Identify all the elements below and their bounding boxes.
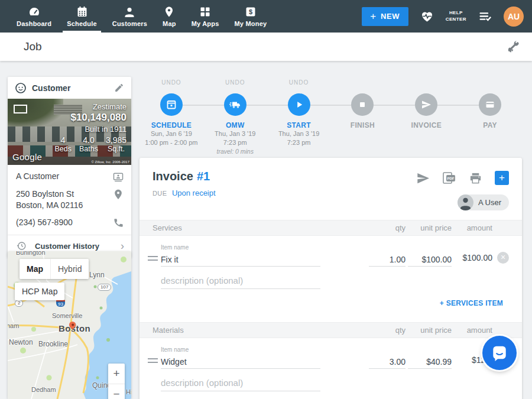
add-invoice-button[interactable]: + — [495, 171, 509, 185]
built-year: Built in 1911 — [12, 125, 126, 134]
timeline-step-schedule: UNDO SCHEDULE Sun, Jan 6 '19 1:00 pm - 2… — [140, 79, 203, 156]
hcp-map-button[interactable]: HCP Map — [15, 283, 64, 300]
service-description-row — [140, 273, 522, 289]
omw-step-button[interactable] — [224, 93, 246, 116]
help-center-line1: HELP — [446, 10, 466, 17]
customer-card: Customer Zestimate $10,149,080 Built in … — [8, 77, 131, 258]
map-type-toggle: Map Hybrid — [20, 259, 89, 279]
invoice-step-button[interactable] — [415, 93, 437, 116]
step-date: Sun, Jan 6 '19 — [140, 129, 203, 138]
add-services-item-link[interactable]: + SERVICES ITEM — [440, 299, 503, 307]
heart-pulse-icon[interactable] — [420, 9, 434, 24]
material-description-input[interactable] — [161, 375, 320, 391]
phone-icon[interactable] — [113, 217, 124, 228]
send-icon — [420, 98, 433, 111]
dashboard-icon — [28, 5, 41, 18]
customer-name-row: A Customer — [8, 165, 131, 183]
service-qty-input[interactable] — [369, 252, 406, 267]
step-travel: travel: 0 mins — [203, 147, 267, 156]
material-name-input[interactable] — [161, 355, 320, 369]
new-button[interactable]: + NEW — [362, 7, 408, 26]
location-pin-icon[interactable] — [112, 189, 124, 200]
stat-baths: 4.0Baths — [79, 135, 98, 154]
material-qty-input[interactable] — [369, 355, 406, 369]
map-label: Dedham — [31, 386, 56, 393]
item-name-cell: Item name — [161, 244, 352, 267]
timeline-step-omw: UNDO OMW Thu, Jan 3 '19 7:23 pm travel: … — [203, 79, 267, 156]
schedule-step-button[interactable] — [160, 93, 183, 116]
print-icon[interactable] — [469, 171, 482, 185]
undo-link[interactable]: UNDO — [203, 79, 267, 90]
invoice-due: DUE Upon receipt — [153, 187, 509, 198]
assignee-name: A User — [478, 198, 501, 207]
col-amount: amount — [452, 326, 492, 335]
route-shield-2: 2 — [15, 300, 23, 307]
user-avatar[interactable]: AU — [504, 7, 524, 27]
tasks-list-icon[interactable] — [478, 9, 492, 24]
help-center-button[interactable]: HELP CENTER — [446, 10, 466, 23]
zillow-copyright: © Zillow, Inc. 2006-2017 — [92, 160, 129, 164]
job-timeline: UNDO SCHEDULE Sun, Jan 6 '19 1:00 pm - 2… — [140, 79, 522, 156]
step-date: Thu, Jan 3 '19 — [267, 129, 331, 138]
nav-item-map[interactable]: Map — [155, 0, 184, 33]
customer-phone: (234) 567-8900 — [16, 217, 73, 228]
nav-label: Dashboard — [17, 20, 51, 27]
contact-card-icon[interactable] — [112, 171, 124, 183]
nav-item-schedule[interactable]: Schedule — [59, 0, 105, 33]
pay-step-button[interactable] — [479, 93, 501, 116]
service-description-input[interactable] — [161, 273, 320, 289]
due-value-link[interactable]: Upon receipt — [172, 189, 216, 197]
step-date: Thu, Jan 3 '19 — [203, 129, 267, 138]
zoom-in-button[interactable]: + — [108, 364, 125, 384]
remove-item-icon[interactable]: × — [497, 252, 509, 264]
start-step-button[interactable] — [288, 93, 310, 116]
assignee-avatar — [458, 194, 473, 210]
chat-fab-button[interactable] — [482, 336, 517, 370]
undo-link[interactable]: UNDO — [267, 79, 331, 90]
drag-handle-icon[interactable] — [148, 256, 161, 267]
step-label: FINISH — [330, 121, 394, 129]
step-label: START — [267, 121, 331, 129]
service-name-input[interactable] — [161, 252, 320, 267]
nav-item-dashboard[interactable]: Dashboard — [9, 0, 59, 33]
step-label: OMW — [203, 121, 267, 129]
customer-card-title: Customer — [32, 83, 70, 93]
customer-name: A Customer — [16, 171, 59, 182]
send-invoice-icon[interactable] — [416, 171, 430, 185]
map-button[interactable]: Map — [20, 259, 50, 279]
nav-item-my-apps[interactable]: My Apps — [184, 0, 227, 33]
nav-item-my-money[interactable]: $ My Money — [227, 0, 275, 33]
map-pin-icon — [163, 5, 176, 18]
job-settings-wrench-gear-icon[interactable] — [506, 39, 521, 54]
undo-link[interactable]: UNDO — [140, 79, 203, 90]
property-photo: Zestimate $10,149,080 Built in 1911 4Bed… — [8, 99, 131, 165]
zoom-out-button[interactable]: − — [108, 384, 125, 399]
pdf-icon[interactable]: PDF — [442, 171, 456, 185]
route-shield-107: 107 — [98, 284, 111, 291]
service-price-input[interactable] — [408, 252, 452, 267]
customer-address-row: 250 Boylston St Boston, MA 02116 — [8, 183, 131, 211]
svg-text:PDF: PDF — [447, 177, 455, 180]
hybrid-button[interactable]: Hybrid — [50, 259, 89, 279]
streetview-toggle-icon[interactable] — [14, 105, 27, 113]
col-qty: qty — [352, 223, 406, 232]
page-title: Job — [24, 40, 42, 53]
qty-cell — [352, 252, 406, 267]
finish-step-button[interactable] — [351, 93, 374, 116]
add-services-row: + SERVICES ITEM — [140, 289, 522, 317]
assignee-chip[interactable]: A User — [458, 194, 509, 210]
map-label: Brookline — [38, 340, 68, 348]
drag-handle-icon[interactable] — [148, 358, 161, 369]
nav-item-customers[interactable]: Customers — [105, 0, 155, 33]
col-amount: amount — [452, 223, 492, 232]
timeline-step-invoice: INVOICE — [394, 79, 458, 156]
nav-label: Schedule — [67, 20, 97, 27]
chevron-right-icon: › — [121, 242, 124, 250]
material-item-row: Item name $122. — [140, 346, 522, 369]
material-price-input[interactable] — [408, 355, 452, 369]
edit-pencil-icon[interactable] — [114, 83, 124, 93]
timeline-step-start: UNDO START Thu, Jan 3 '19 7:23 pm — [267, 79, 331, 156]
plus-icon: + — [370, 11, 377, 22]
timeline-step-finish: FINISH — [330, 79, 394, 156]
schedule-icon — [76, 5, 89, 18]
